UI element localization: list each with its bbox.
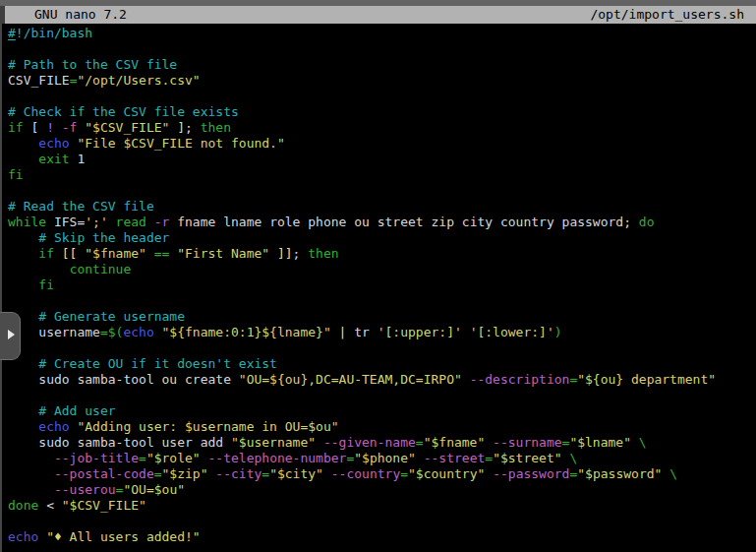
code-line: if [[ "$fname" == "First Name" ]]; then (8, 246, 756, 262)
sidebar-toggle-handle[interactable] (0, 312, 21, 360)
nano-titlebar: GNU nano 7.2 /opt/import_users.sh (5, 6, 756, 24)
code-line: echo "♦ All users added!" (8, 529, 756, 545)
code-line: fi (8, 167, 756, 183)
code-line: echo "File $CSV_FILE not found." (8, 136, 756, 152)
titlebar-row: GNU nano 7.2 /opt/import_users.sh (0, 6, 756, 24)
code-line: fi (8, 277, 756, 293)
code-line: exit 1 (8, 152, 756, 167)
code-line: while IFS=';' read -r fname lname role p… (8, 215, 756, 230)
file-path: /opt/import_users.sh (590, 6, 756, 24)
code-line: # Path to the CSV file (8, 57, 756, 73)
code-line: # Read the CSV file (8, 199, 756, 215)
code-line: # Skip the header (8, 230, 756, 246)
code-line: --postal-code="$zip" --city="$city" --co… (8, 466, 756, 482)
code-line: sudo samba-tool ou create "OU=${ou},DC=A… (8, 372, 756, 388)
editor-area[interactable]: #!/bin/bash # Path to the CSV fileCSV_FI… (0, 24, 756, 552)
code-line: # Check if the CSV file exists (8, 104, 756, 120)
app-title: GNU nano 7.2 (5, 6, 127, 24)
code-line (8, 183, 756, 199)
code-line: #!/bin/bash (8, 26, 756, 41)
code-line: # Add user (8, 403, 756, 419)
code-line: sudo samba-tool user add "$username" --g… (8, 435, 756, 451)
code-line: if [ ! -f "$CSV_FILE" ]; then (8, 120, 756, 136)
code-line: continue (8, 262, 756, 277)
code-line: echo "Adding user: $username in OU=$ou" (8, 419, 756, 435)
code-line (8, 293, 756, 309)
code-line (8, 388, 756, 403)
code-line: # Create OU if it doesn't exist (8, 356, 756, 372)
code-line (8, 514, 756, 529)
code-line (8, 41, 756, 57)
code-line (8, 89, 756, 104)
code-line (8, 340, 756, 356)
code-line: --job-title="$role" --telephone-number="… (8, 451, 756, 466)
code-line: --userou="OU=$ou" (8, 482, 756, 498)
expand-right-icon (8, 330, 15, 339)
code-line: done < "$CSV_FILE" (8, 498, 756, 514)
code-line: username=$(echo "${fname:0:1}${lname}" |… (8, 325, 756, 340)
code-line: # Generate username (8, 309, 756, 325)
code-line: CSV_FILE="/opt/Users.csv" (8, 73, 756, 89)
